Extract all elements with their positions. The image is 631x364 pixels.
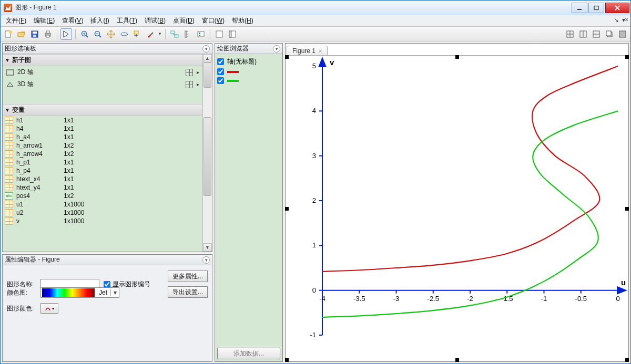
variable-icon	[5, 217, 13, 225]
tile-left-right-icon[interactable]	[577, 28, 589, 40]
menu-file[interactable]: 文件(F)	[3, 15, 29, 26]
show-plottools-icon[interactable]	[227, 28, 238, 40]
edit-plot-icon[interactable]	[60, 28, 72, 40]
tile-2x2-icon[interactable]	[564, 28, 576, 40]
variable-name: h_p1	[16, 159, 64, 166]
variable-row[interactable]: u11x1000	[3, 200, 202, 209]
insert-legend-icon[interactable]	[195, 28, 207, 40]
save-icon[interactable]	[29, 28, 40, 40]
browser-series-green[interactable]	[217, 76, 280, 85]
menu-desktop[interactable]: 桌面(D)	[170, 15, 198, 26]
grid-icon	[186, 69, 193, 76]
open-icon[interactable]	[16, 28, 27, 40]
brush-dropdown-icon[interactable]: ▼	[158, 32, 162, 36]
svg-rect-8	[33, 35, 36, 37]
variable-row[interactable]: h_arrow11x2	[3, 141, 202, 150]
variable-icon	[5, 133, 13, 141]
menu-debug[interactable]: 调试(B)	[141, 15, 169, 26]
menu-window[interactable]: 窗口(W)	[199, 15, 228, 26]
link-plots-icon[interactable]	[169, 28, 180, 40]
colormap-select[interactable]: Jet▾	[40, 287, 119, 298]
variable-row[interactable]: v1x1000	[3, 217, 202, 225]
datacursor-icon[interactable]	[131, 28, 143, 40]
title-bar: 图形 - Figure 1	[1, 1, 630, 15]
variable-icon	[5, 142, 13, 149]
axes-plot[interactable]: -4-3.5-3-2.5-2-1.5-1-0.50-1012345uv	[286, 56, 628, 361]
figure-color-button[interactable]: ▾	[40, 303, 58, 314]
palette-3d-axes[interactable]: 3D 轴 ▸	[3, 78, 202, 90]
float-icon[interactable]	[604, 28, 615, 40]
variable-row[interactable]: h_a41x1	[3, 133, 202, 141]
plot-browser-menu-icon[interactable]: ▾	[273, 45, 280, 53]
window-title: 图形 - Figure 1	[15, 3, 572, 12]
svg-line-23	[150, 33, 153, 35]
hide-plottools-icon[interactable]	[213, 28, 225, 40]
figure-canvas[interactable]: Figure 1× -4-3.5-3-2.5-2-1.5-1-0.50-1012…	[285, 43, 629, 362]
svg-rect-45	[606, 31, 611, 36]
svg-text:-3.5: -3.5	[353, 295, 365, 303]
variable-row[interactable]: h_arrow41x2	[3, 150, 202, 158]
svg-text:-4: -4	[319, 295, 325, 303]
section-variables[interactable]: ▼变量	[3, 104, 202, 116]
more-properties-button[interactable]: 更多属性...	[168, 271, 208, 282]
prop-editor-menu-icon[interactable]: ▾	[202, 256, 210, 264]
menu-view[interactable]: 查看(V)	[59, 15, 86, 26]
undock-icon[interactable]: ↘	[614, 16, 619, 24]
browser-axes-item[interactable]: 轴(无标题)	[217, 56, 280, 67]
variable-name: h_a4	[16, 133, 64, 141]
variable-row[interactable]: h41x1	[3, 124, 202, 133]
series-green-checkbox[interactable]	[217, 77, 224, 84]
palette-scrollbar[interactable]: ▲ ▼	[202, 54, 212, 252]
dock-menu-icon[interactable]: ▾ ×	[622, 16, 627, 24]
variable-row[interactable]: htext_x41x1	[3, 175, 202, 183]
plot-browser-panel: 绘图浏览器 ▾ 轴(无标题) 添加数据...	[215, 43, 283, 362]
variable-row[interactable]: abcpos41x2	[3, 192, 202, 200]
pan-icon[interactable]	[105, 28, 117, 40]
svg-rect-25	[175, 35, 178, 37]
menu-tools[interactable]: 工具(T)	[114, 15, 140, 26]
maximize-panel-icon[interactable]	[617, 28, 628, 40]
svg-rect-46	[619, 31, 626, 37]
svg-text:-0.5: -0.5	[575, 295, 587, 303]
palette-menu-icon[interactable]: ▾	[202, 45, 210, 53]
maximize-button[interactable]	[588, 3, 604, 13]
variable-size: 1x2	[64, 150, 74, 158]
palette-2d-axes[interactable]: 2D 轴 ▸	[3, 66, 202, 78]
variable-icon	[5, 175, 13, 183]
brush-icon[interactable]	[145, 28, 156, 40]
menu-help[interactable]: 帮助(H)	[229, 15, 257, 26]
axes-visible-checkbox[interactable]	[217, 58, 224, 65]
rotate3d-icon[interactable]	[118, 28, 130, 40]
variable-row[interactable]: htext_y41x1	[3, 183, 202, 192]
variable-name: h_p4	[16, 167, 64, 174]
menu-insert[interactable]: 插入(I)	[87, 15, 112, 26]
section-new-subplot[interactable]: ▼新子图	[3, 54, 202, 66]
svg-text:2: 2	[312, 196, 316, 204]
close-tab-icon[interactable]: ×	[319, 48, 322, 54]
zoom-out-icon[interactable]	[92, 28, 104, 40]
variable-row[interactable]: u21x1000	[3, 209, 202, 217]
variable-icon	[5, 150, 13, 158]
show-figure-number-checkbox[interactable]	[104, 281, 110, 288]
series-red-checkbox[interactable]	[217, 68, 224, 75]
svg-text:-2: -2	[467, 295, 473, 303]
minimize-button[interactable]	[572, 3, 587, 13]
variable-row[interactable]: h11x1	[3, 116, 202, 124]
variable-size: 1x1	[64, 133, 74, 141]
new-figure-icon[interactable]	[3, 28, 14, 40]
variable-row[interactable]: h_p11x1	[3, 158, 202, 167]
add-data-button[interactable]: 添加数据...	[217, 348, 280, 359]
variable-row[interactable]: h_p41x1	[3, 167, 202, 175]
browser-series-red[interactable]	[217, 67, 280, 76]
insert-colorbar-icon[interactable]	[182, 28, 194, 40]
print-icon[interactable]	[42, 28, 54, 40]
figure-tab[interactable]: Figure 1×	[287, 46, 328, 56]
menu-edit[interactable]: 编辑(E)	[30, 15, 58, 26]
variable-name: u1	[16, 201, 64, 208]
svg-text:0: 0	[312, 286, 316, 294]
svg-text:-1: -1	[310, 331, 316, 339]
close-button[interactable]	[605, 3, 629, 13]
tile-top-bottom-icon[interactable]	[591, 28, 602, 40]
variable-size: 1x1	[64, 125, 74, 132]
zoom-in-icon[interactable]	[79, 28, 90, 40]
